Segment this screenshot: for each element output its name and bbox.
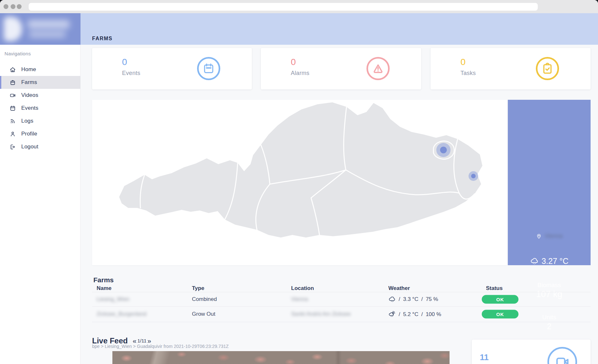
sidebar-item-label: Logout <box>21 144 38 150</box>
farm-type: Grow Out <box>192 311 215 317</box>
page-header: FARMS <box>81 13 598 45</box>
app-window: Navigations Home Farms Videos Events Log… <box>0 0 598 364</box>
farms-table-header: Name Type Location Weather Status <box>92 285 591 292</box>
events-label: Events <box>122 70 140 77</box>
events-count: 0 <box>122 57 127 67</box>
page-title: FARMS <box>92 36 113 42</box>
window-close-button[interactable] <box>4 4 8 9</box>
pagination-prev-button[interactable]: « <box>133 337 137 344</box>
sidebar: Navigations Home Farms Videos Events Log… <box>0 13 81 364</box>
column-header-location: Location <box>291 285 314 292</box>
column-header-weather: Weather <box>388 285 410 292</box>
farm-summary-panel: Vienna 3.27 °C Biomass 107 kg Units 2 <box>508 100 591 265</box>
rss-icon <box>10 118 16 124</box>
live-feed-video[interactable] <box>112 351 450 364</box>
separator: / <box>399 311 400 317</box>
videos-count: 11 <box>480 352 489 362</box>
sidebar-nav: Home Farms Videos Events Logs Profile <box>0 63 81 153</box>
sidebar-item-label: Events <box>21 105 38 111</box>
url-bar[interactable] <box>29 3 538 11</box>
weather-temp: 5.2 °C <box>403 311 418 317</box>
events-stat-card[interactable]: 0 Events <box>92 48 252 89</box>
sidebar-item-label: Farms <box>21 79 37 86</box>
cloud-drizzle-icon <box>530 257 539 266</box>
sidebar-item-logs[interactable]: Logs <box>0 115 81 127</box>
alarms-label: Alarms <box>291 70 309 77</box>
sidebar-item-videos[interactable]: Videos <box>0 89 81 102</box>
brand-logo-mark-blurred <box>4 17 22 41</box>
weather-humidity: 100 % <box>426 311 441 317</box>
farm-location: Vienna <box>545 233 563 239</box>
home-icon <box>10 67 16 73</box>
column-header-name: Name <box>97 285 111 292</box>
window-zoom-button[interactable] <box>17 4 22 9</box>
map-marker-core <box>440 147 447 154</box>
farms-table-title: Farms <box>93 276 114 284</box>
map-marker-vienna[interactable] <box>436 143 451 157</box>
farm-location: Vienna <box>291 296 308 303</box>
farm-weather: / 3.3 °C / 75 % <box>388 295 438 303</box>
sidebar-item-label: Home <box>21 66 36 73</box>
separator: / <box>399 296 400 303</box>
sidebar-item-label: Profile <box>21 131 37 137</box>
austria-map <box>92 100 507 265</box>
cloud-sun-icon <box>388 311 396 318</box>
separator: / <box>421 311 423 317</box>
calendar-icon <box>10 105 16 111</box>
table-divider <box>92 322 591 322</box>
brand-logo <box>0 13 81 45</box>
weather-humidity: 75 % <box>426 296 438 303</box>
farm-temperature: 3.27 °C <box>542 257 569 266</box>
table-row-farm-2[interactable]: Zicksee_Burgenland Grow Out Sankt Andrä … <box>92 306 591 322</box>
pagination-next-button[interactable]: » <box>147 337 151 344</box>
separator: / <box>421 296 423 303</box>
nav-section-label: Navigations <box>5 51 31 56</box>
sidebar-item-farms[interactable]: Farms <box>0 76 81 89</box>
video-icon <box>10 92 16 98</box>
map-marker-core <box>471 174 476 178</box>
brand-subtitle-blurred <box>29 31 66 38</box>
farm-name: Liesing_Wien <box>97 296 129 303</box>
logout-icon <box>10 144 16 150</box>
farm-box-icon <box>10 79 16 86</box>
tasks-stat-card[interactable]: 0 Tasks <box>431 48 591 89</box>
window-minimize-button[interactable] <box>11 4 15 9</box>
farm-weather: / 5.2 °C / 100 % <box>388 311 441 318</box>
videos-count-card[interactable]: 11 <box>472 340 591 364</box>
status-badge: OK <box>482 310 518 319</box>
farm-location: Sankt Andrä Am Zicksee <box>291 311 351 317</box>
map-pin-icon <box>536 233 542 239</box>
column-header-type: Type <box>192 285 204 292</box>
browser-chrome <box>0 0 598 13</box>
tasks-label: Tasks <box>460 70 476 77</box>
sidebar-item-logout[interactable]: Logout <box>0 140 81 153</box>
clipboard-check-icon <box>536 57 559 80</box>
calendar-icon <box>197 57 220 80</box>
alert-triangle-icon <box>366 57 390 80</box>
weather-temp: 3.3 °C <box>403 296 418 303</box>
austria-map-shape <box>92 100 507 265</box>
cloud-drizzle-icon <box>388 295 396 303</box>
sidebar-item-events[interactable]: Events <box>0 102 81 115</box>
status-badge: OK <box>482 295 518 303</box>
video-camera-icon <box>547 347 577 364</box>
farm-name: Zicksee_Burgenland <box>97 311 147 317</box>
tasks-count: 0 <box>460 57 466 67</box>
user-icon <box>10 131 16 137</box>
alarms-stat-card[interactable]: 0 Alarms <box>261 48 421 89</box>
sidebar-item-profile[interactable]: Profile <box>0 127 81 140</box>
table-row-farm-1[interactable]: Liesing_Wien Combined Vienna / 3.3 °C / … <box>92 292 591 306</box>
live-feed-breadcrumb: bpe > Liesing_Wien > Guadalquivir from 2… <box>92 344 229 349</box>
alarms-count: 0 <box>291 57 296 67</box>
sidebar-item-label: Logs <box>21 118 33 124</box>
column-header-status: Status <box>486 285 503 292</box>
map-marker-burgenland[interactable] <box>469 171 478 181</box>
sidebar-item-label: Videos <box>21 92 38 98</box>
brand-name-blurred <box>28 20 70 29</box>
units-value: 2 <box>508 322 591 331</box>
sidebar-item-home[interactable]: Home <box>0 63 81 76</box>
pagination-current: 1/11 <box>138 338 147 343</box>
live-feed-pagination: « 1/11 » <box>133 337 151 344</box>
farm-type: Combined <box>192 296 217 303</box>
